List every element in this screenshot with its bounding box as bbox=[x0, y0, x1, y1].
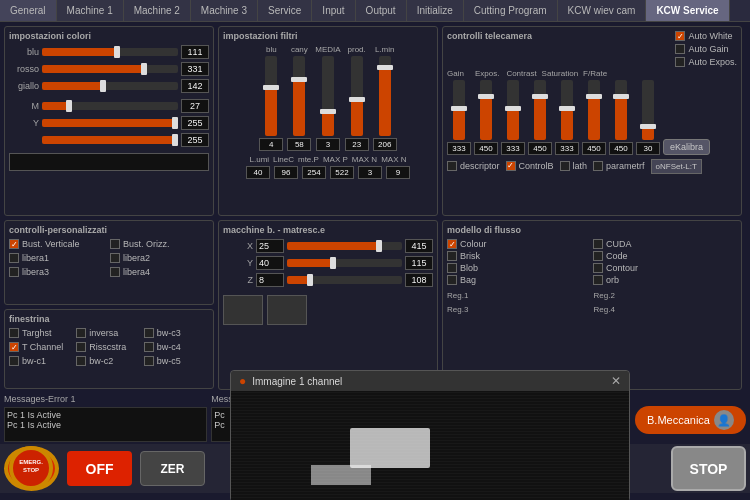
msg-error1-line1: Pc 1 Is Active bbox=[7, 410, 204, 420]
slider-giallo-label: giallo bbox=[9, 81, 39, 91]
slider-machine-y-track[interactable] bbox=[287, 259, 402, 267]
reg3-label: Reg.3 bbox=[447, 305, 591, 314]
slider-y-track[interactable] bbox=[42, 119, 178, 127]
msg-error1-content: Pc 1 Is Active Pc 1 Is Active bbox=[4, 407, 207, 442]
cb-auto-gain: Auto Gain bbox=[675, 44, 737, 54]
slider-z-value: 108 bbox=[405, 273, 433, 287]
popup-body bbox=[231, 391, 629, 500]
tel-sub-frate: F/Rate bbox=[583, 69, 607, 78]
filtri-val-linec: 96 bbox=[274, 166, 298, 179]
offset-button[interactable]: oNFSet-L:T bbox=[651, 159, 702, 174]
slider-y-label: Y bbox=[9, 118, 39, 128]
panel-finestrina-title: Finestrina bbox=[9, 314, 209, 324]
machine-z-input[interactable] bbox=[256, 273, 284, 287]
stop-button[interactable]: STOP bbox=[671, 446, 746, 491]
panel-telecamera-title: Controlli Telecamera bbox=[447, 31, 532, 41]
tab-input[interactable]: Input bbox=[312, 0, 355, 21]
cb-risscstra: Risscstra bbox=[76, 342, 141, 352]
cb-libera1: libera1 bbox=[9, 253, 108, 263]
svg-text:STOP: STOP bbox=[23, 467, 39, 473]
slider-y: Y 255 bbox=[9, 116, 209, 130]
bmec-icon: 👤 bbox=[714, 410, 734, 430]
slider-x: X 415 bbox=[223, 239, 433, 253]
slider-extra-track[interactable] bbox=[42, 136, 178, 144]
cb-orb: orb bbox=[593, 275, 737, 285]
tel-vslider-7: 450 bbox=[609, 80, 633, 155]
slider-blu: blu 111 bbox=[9, 45, 209, 59]
cb-targhst: Targhst bbox=[9, 328, 74, 338]
machine-box-2 bbox=[267, 295, 307, 325]
slider-z-label: Z bbox=[223, 275, 253, 285]
slider-giallo-track[interactable] bbox=[42, 82, 178, 90]
cb-contour: Contour bbox=[593, 263, 737, 273]
popup-header: ● Immagine 1 channel ✕ bbox=[231, 371, 629, 391]
tab-machine2[interactable]: Machine 2 bbox=[124, 0, 191, 21]
tab-output[interactable]: Output bbox=[356, 0, 407, 21]
slider-m-label: M bbox=[9, 101, 39, 111]
tab-cutting-program[interactable]: Cutting Program bbox=[464, 0, 558, 21]
slider-rosso-track[interactable] bbox=[42, 65, 178, 73]
filtri-val-mtep: 254 bbox=[302, 166, 326, 179]
bmeccanica-button[interactable]: B.Meccanica 👤 bbox=[635, 406, 746, 434]
panel-personalizzati: Controlli-Personalizzati ✓ Bust. Vertica… bbox=[4, 220, 214, 305]
cb-libera4: libera4 bbox=[110, 267, 209, 277]
vslider-prod: prod. 23 bbox=[345, 45, 369, 151]
panel-machine-title: Macchine B. - Matresc.e bbox=[223, 225, 433, 235]
tab-initialize[interactable]: Initialize bbox=[407, 0, 464, 21]
cb-bwc1: bw-c1 bbox=[9, 356, 74, 366]
tel-vslider-2: 450 bbox=[474, 80, 498, 155]
cb-bwc3: bw-c3 bbox=[144, 328, 209, 338]
slider-z-track[interactable] bbox=[287, 276, 402, 284]
filtri-val-maxp: 522 bbox=[330, 166, 354, 179]
cb-auto-white: ✓ Auto White bbox=[675, 31, 737, 41]
machine-y-input[interactable] bbox=[256, 256, 284, 270]
msg-error1-panel: Messages-Error 1 Pc 1 Is Active Pc 1 Is … bbox=[4, 394, 207, 442]
cb-bust-vert: ✓ Bust. Verticale bbox=[9, 239, 108, 249]
emergency-button[interactable]: EMERG. STOP bbox=[4, 446, 59, 491]
kalibra-button[interactable]: eKalibra bbox=[663, 139, 710, 155]
tel-vslider-6: 450 bbox=[582, 80, 606, 155]
tel-vslider-8: 30 bbox=[636, 80, 660, 155]
panel-modello-title: Modello di flusso bbox=[447, 225, 737, 235]
slider-giallo-value: 142 bbox=[181, 79, 209, 93]
tab-machine1[interactable]: Machine 1 bbox=[57, 0, 124, 21]
slider-y-value: 255 bbox=[181, 116, 209, 130]
slider-m-track[interactable] bbox=[42, 102, 178, 110]
cb-brisk: Brisk bbox=[447, 251, 591, 261]
tel-sub-gain: Gain bbox=[447, 69, 464, 78]
panel-telecamera: Controlli Telecamera ✓ Auto White Auto G… bbox=[442, 26, 742, 216]
slider-x-track[interactable] bbox=[287, 242, 402, 250]
popup-close-button[interactable]: ✕ bbox=[611, 374, 621, 388]
tel-vslider-5: 333 bbox=[555, 80, 579, 155]
slider-machine-y-value: 115 bbox=[405, 256, 433, 270]
colori-input-field[interactable] bbox=[9, 153, 209, 171]
tel-sub-contrast: Contrast bbox=[506, 69, 536, 78]
slider-x-label: X bbox=[223, 241, 253, 251]
machine-box-1 bbox=[223, 295, 263, 325]
tab-kcw-service[interactable]: KCW Service bbox=[646, 0, 729, 21]
slider-blu-track[interactable] bbox=[42, 48, 178, 56]
vslider-cany: cany 58 bbox=[287, 45, 311, 151]
cb-inversa: inversa bbox=[76, 328, 141, 338]
tab-general[interactable]: General bbox=[0, 0, 57, 21]
reg2-label: Reg.2 bbox=[594, 291, 738, 300]
machine-x-input[interactable] bbox=[256, 239, 284, 253]
msg-error1-line2: Pc 1 Is Active bbox=[7, 420, 204, 430]
filtri-label-maxp: MAX P bbox=[323, 155, 348, 164]
slider-machine-y: Y 115 bbox=[223, 256, 433, 270]
tab-service[interactable]: Service bbox=[258, 0, 312, 21]
zero-button[interactable]: ZER bbox=[140, 451, 205, 486]
reg1-label: Reg.1 bbox=[447, 291, 591, 300]
cb-bag: Bag bbox=[447, 275, 591, 285]
tab-kcw-wiev-cam[interactable]: KCW wiev cam bbox=[558, 0, 647, 21]
cb-bust-orizz: Bust. Orizz. bbox=[110, 239, 209, 249]
off-button[interactable]: OFF bbox=[67, 451, 132, 486]
popup-icon: ● bbox=[239, 374, 246, 388]
vslider-media: MEDIA 3 bbox=[315, 45, 340, 151]
reg4-label: Reg.4 bbox=[594, 305, 738, 314]
tab-machine3[interactable]: Machine 3 bbox=[191, 0, 258, 21]
cb-tchannel: ✓ T Channel bbox=[9, 342, 74, 352]
popup-window: ● Immagine 1 channel ✕ bbox=[230, 370, 630, 500]
msg-error1-title: Messages-Error 1 bbox=[4, 394, 207, 404]
slider-blu-value: 111 bbox=[181, 45, 209, 59]
